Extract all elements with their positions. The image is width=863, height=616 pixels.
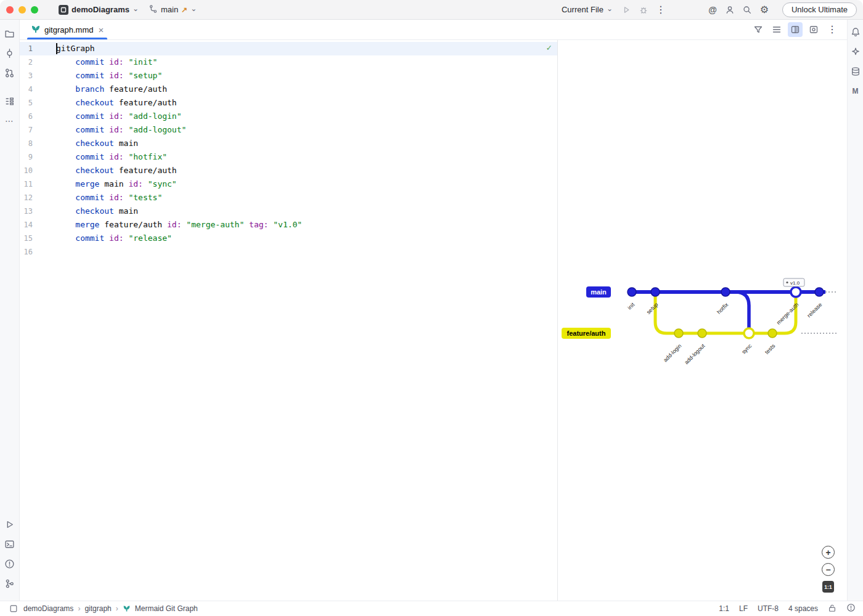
at-icon: @ <box>708 5 717 15</box>
svg-text:init: init <box>626 301 636 311</box>
pull-requests-tool-button[interactable] <box>2 65 17 80</box>
project-name: demoDiagrams <box>72 5 129 14</box>
project-widget[interactable]: demoDiagrams ⌄ <box>54 3 143 17</box>
editor-only-view-icon[interactable] <box>769 22 784 37</box>
window-close-button[interactable] <box>6 6 14 14</box>
encoding-widget[interactable]: UTF-8 <box>758 604 779 613</box>
svg-text:add-login: add-login <box>662 342 682 363</box>
search-everywhere-button[interactable] <box>739 2 755 18</box>
tab-filename: gitgraph.mmd <box>44 25 93 34</box>
close-icon[interactable]: × <box>98 25 104 34</box>
version-control-tool-button[interactable] <box>2 576 17 591</box>
line-separator-widget[interactable]: LF <box>739 604 748 613</box>
code-line[interactable]: 8 checkout main <box>20 137 557 150</box>
code-line[interactable]: 3 commit id: "setup" <box>20 69 557 83</box>
line-number: 3 <box>20 69 56 83</box>
zoom-in-button[interactable]: + <box>822 546 835 559</box>
project-icon <box>59 5 68 15</box>
gitgraph-svg: initsetupadd-loginadd-logouthotfixsyncte… <box>558 40 847 601</box>
debug-button[interactable] <box>636 2 652 18</box>
structure-tool-button[interactable] <box>2 94 17 108</box>
code-line[interactable]: 4 branch feature/auth <box>20 83 557 96</box>
window-minimize-button[interactable] <box>18 6 26 14</box>
code-line[interactable]: 15 commit id: "release" <box>20 232 557 245</box>
unlock-ultimate-button[interactable]: Unlock Ultimate <box>782 2 857 17</box>
zoom-out-button[interactable]: − <box>822 563 835 576</box>
line-number: 12 <box>20 191 56 205</box>
code-line[interactable]: 10 checkout feature/auth <box>20 164 557 177</box>
code-with-me-button[interactable]: @ <box>705 2 721 18</box>
code-line[interactable]: 14 merge feature/auth id: "merge-auth" t… <box>20 218 557 232</box>
more-actions-button[interactable]: ⋮ <box>653 2 669 18</box>
maven-label: M <box>853 87 859 95</box>
svg-text:add-logout: add-logout <box>683 342 706 366</box>
code-text: gitGraph <box>56 42 95 55</box>
terminal-tool-button[interactable] <box>2 537 17 551</box>
database-icon[interactable] <box>848 64 863 79</box>
inspection-ok-icon[interactable]: ✓ <box>547 43 552 52</box>
line-number: 1 <box>20 42 56 55</box>
code-text: checkout main <box>56 137 138 150</box>
code-line[interactable]: 11 merge main id: "sync" <box>20 177 557 191</box>
zoom-reset-button[interactable]: 1:1 <box>822 581 834 593</box>
mermaid-file-icon <box>31 24 41 36</box>
caret-position-widget[interactable]: 1:1 <box>719 604 729 613</box>
code-line[interactable]: 12 commit id: "tests" <box>20 191 557 205</box>
maven-tool-button[interactable]: M <box>848 84 863 99</box>
indent-widget[interactable]: 4 spaces <box>788 604 818 613</box>
left-toolbar-stripe: ⋯ <box>0 20 20 601</box>
kebab-icon: ⋮ <box>656 5 666 15</box>
settings-button[interactable]: ⚙ <box>756 2 772 18</box>
line-number: 16 <box>20 245 56 259</box>
code-text: checkout main <box>56 205 138 218</box>
code-line[interactable]: 1gitGraph <box>20 42 557 55</box>
svg-text:setup: setup <box>645 301 660 315</box>
run-configuration-selector[interactable]: Current File ⌄ <box>557 3 617 16</box>
profile-button[interactable] <box>722 2 738 18</box>
svg-text:main: main <box>591 288 607 296</box>
breadcrumb-separator: › <box>78 604 80 613</box>
code-text: commit id: "setup" <box>56 69 162 83</box>
line-number: 5 <box>20 96 56 110</box>
line-number: 10 <box>20 164 56 177</box>
tool-window-widget-icon[interactable] <box>7 602 20 615</box>
editor-tab-gitgraph[interactable]: gitgraph.mmd × <box>25 20 110 39</box>
line-number: 2 <box>20 55 56 69</box>
code-line[interactable]: 16 <box>20 245 557 259</box>
code-line[interactable]: 7 commit id: "add-logout" <box>20 123 557 137</box>
code-editor[interactable]: 1gitGraph2 commit id: "init"3 commit id:… <box>20 40 558 601</box>
code-text: checkout feature/auth <box>56 96 177 110</box>
line-number: 11 <box>20 177 56 191</box>
problems-tool-button[interactable] <box>2 556 17 571</box>
ai-assistant-icon[interactable] <box>848 44 863 59</box>
commit-tool-button[interactable] <box>2 46 17 60</box>
more-options-icon[interactable]: ⋮ <box>825 22 840 37</box>
code-text: merge feature/auth id: "merge-auth" tag:… <box>56 218 302 232</box>
split-view-icon[interactable] <box>788 22 803 37</box>
mermaid-preview-panel[interactable]: initsetupadd-loginadd-logouthotfixsyncte… <box>558 40 847 601</box>
code-line[interactable]: 5 checkout feature/auth <box>20 96 557 110</box>
gear-icon: ⚙ <box>760 5 769 15</box>
breadcrumb-separator: › <box>116 604 118 613</box>
indicator-icon[interactable] <box>846 603 856 614</box>
run-button[interactable] <box>618 2 634 18</box>
code-line[interactable]: 2 commit id: "init" <box>20 55 557 69</box>
window-zoom-button[interactable] <box>31 6 38 14</box>
run-tool-button[interactable] <box>2 517 17 532</box>
notifications-bell-icon[interactable] <box>848 25 863 39</box>
readonly-lock-icon[interactable] <box>828 604 836 614</box>
breadcrumb-project[interactable]: demoDiagrams <box>23 604 73 613</box>
code-line[interactable]: 6 commit id: "add-login" <box>20 110 557 123</box>
titlebar: demoDiagrams ⌄ main ↗ ⌄ Current File ⌄ ⋮… <box>0 0 863 20</box>
breadcrumb-element[interactable]: Mermaid Git Graph <box>135 604 198 613</box>
project-tool-button[interactable] <box>2 26 17 41</box>
branch-widget[interactable]: main ↗ ⌄ <box>144 2 201 17</box>
more-tool-windows-button[interactable]: ⋯ <box>2 113 17 128</box>
preview-toolbar: ⋮ <box>751 20 842 39</box>
chevron-down-icon: ⌄ <box>607 6 613 11</box>
breadcrumb-file[interactable]: gitgraph <box>84 604 111 613</box>
filter-icon[interactable] <box>751 22 766 37</box>
code-line[interactable]: 9 commit id: "hotfix" <box>20 150 557 164</box>
code-line[interactable]: 13 checkout main <box>20 205 557 218</box>
preview-only-view-icon[interactable] <box>806 22 821 37</box>
